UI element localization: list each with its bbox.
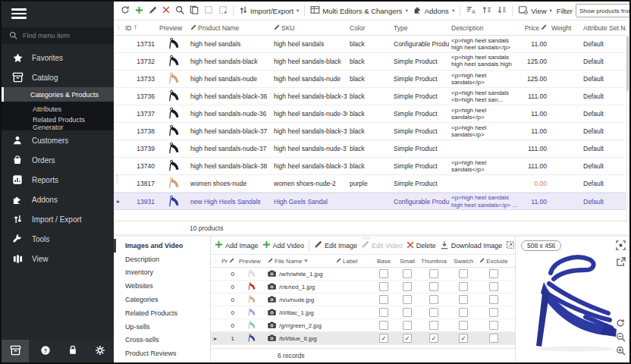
product-row-13732[interactable]: 13732high heel sandals-blackhigh heel sa… [114, 53, 629, 71]
tab-up-sells[interactable]: Up-sells [114, 320, 210, 334]
exclude-checkbox[interactable] [489, 321, 498, 330]
product-row-13736[interactable]: 13736high heel sandals-black-36high heel… [114, 88, 629, 105]
column-header-base[interactable]: Base [372, 255, 396, 267]
thumbnail-checkbox[interactable] [429, 269, 438, 278]
base-checkbox[interactable]: ✓ [379, 334, 388, 343]
product-row-13931[interactable]: ▸13931new High Heels SandalsHigh Geels S… [114, 193, 629, 210]
image-row-n-u-nude-jpg[interactable]: 0/n/u/nude.jpg [211, 293, 515, 306]
add-product-button[interactable] [133, 5, 146, 17]
thumbnail-checkbox[interactable] [429, 282, 438, 291]
swatch-checkbox[interactable]: ✓ [459, 334, 468, 343]
menu-toggle-button[interactable] [2, 2, 114, 26]
fit-screen-button[interactable] [614, 240, 626, 252]
sidebar-item-tools[interactable]: Tools [2, 229, 114, 249]
products-mode-button[interactable] [2, 340, 29, 362]
search-products-button[interactable] [173, 4, 187, 17]
sidebar-item-view[interactable]: View [2, 249, 114, 268]
column-header-exclude[interactable]: Exclude [478, 255, 510, 267]
lock-button[interactable] [59, 340, 86, 362]
sidebar-item-import-export[interactable]: Import / Export [2, 209, 114, 229]
tab-product-reviews[interactable]: Product Reviews [114, 347, 210, 360]
zoom-in-button[interactable] [614, 346, 626, 357]
set-resize-rule-button[interactable]: Set Resize Rule [504, 239, 515, 253]
tab-related-products[interactable]: Related Products [114, 306, 210, 320]
column-header-id[interactable]: ID [123, 20, 157, 35]
column-header-description[interactable]: Description [449, 20, 522, 35]
small-checkbox[interactable] [403, 282, 412, 291]
sidebar-item-categories-products[interactable]: Categories & Products [2, 87, 114, 102]
category-filter-select[interactable]: Show products from selected categories▾ [576, 4, 631, 17]
copy-button[interactable] [187, 4, 201, 17]
rotate-image-button[interactable] [614, 318, 626, 330]
collapse-rows-button[interactable] [494, 4, 509, 17]
thumbnail-checkbox[interactable] [429, 321, 438, 330]
column-header-label[interactable]: Label [334, 255, 372, 267]
sidebar-item-reports[interactable]: Reports [2, 170, 114, 190]
sidebar-item-customers[interactable]: Customers [2, 130, 114, 150]
multi-editors-menu[interactable]: Multi Editors & Changers▾ [308, 4, 410, 17]
column-header-file-name[interactable]: File Name [265, 255, 334, 267]
base-checkbox[interactable] [379, 321, 388, 330]
checkbox-select-button[interactable] [202, 4, 215, 17]
image-row-w-h-white-1-jpg[interactable]: 0/w/h/white_1.jpg [211, 268, 515, 281]
column-header-type[interactable]: Type [391, 20, 449, 35]
image-row-b-l-blue-6-jpg[interactable]: ▸1/b/l/blue_6.jpg✓✓✓✓ [211, 332, 515, 345]
paste-special-button[interactable] [216, 4, 230, 17]
addons-menu[interactable]: Addons▾ [411, 4, 457, 17]
swatch-checkbox[interactable] [459, 282, 468, 291]
base-checkbox[interactable] [379, 269, 388, 278]
base-checkbox[interactable] [379, 308, 388, 317]
column-header-price[interactable]: Price [522, 20, 549, 35]
product-row-13733[interactable]: 13733high heel sandals-nudehigh heel san… [114, 71, 629, 88]
sidebar-item-catalog[interactable]: Catalog [2, 67, 114, 87]
add-video-button[interactable]: Add Video [261, 239, 306, 252]
download-image-button[interactable]: Download Image [438, 239, 504, 253]
thumbnail-checkbox[interactable]: ✓ [429, 334, 438, 343]
base-checkbox[interactable] [379, 282, 388, 291]
column-header-pr[interactable]: Pr [220, 255, 237, 267]
exclude-checkbox[interactable] [489, 308, 498, 317]
refresh-button[interactable] [118, 4, 132, 17]
import-export-menu[interactable]: Import/Export▾ [237, 4, 301, 18]
exclude-checkbox[interactable] [489, 269, 498, 278]
tab-images-and-video[interactable]: Images and Video [114, 239, 210, 253]
edit-image-button[interactable]: Edit Image [312, 239, 359, 252]
delete-image-button[interactable]: Delete [405, 240, 438, 252]
exclude-checkbox[interactable] [489, 295, 498, 304]
column-header-attribute-set-name[interactable]: Attribute Set Name [581, 20, 626, 35]
sidebar-item-related-products-generator[interactable]: Related Products Generator [2, 116, 114, 130]
swatch-checkbox[interactable] [459, 308, 468, 317]
product-row-13738[interactable]: 13738high heel sandals-black-37high heel… [114, 123, 629, 140]
column-header-small[interactable]: Small [396, 255, 419, 267]
scrollbar-thumb[interactable] [626, 36, 629, 91]
image-row-g-r-green-2-jpg[interactable]: 0/g/r/green_2.jpg [211, 319, 515, 332]
base-checkbox[interactable] [379, 295, 388, 304]
sidebar-splitter[interactable]: ⋮⋮ [114, 177, 120, 181]
settings-button[interactable] [86, 340, 114, 362]
product-row-13731[interactable]: 13731high heel sandalshigh heel sandalsb… [114, 36, 629, 53]
product-row-13739[interactable]: 13739high heel sandals-nude-37high heel … [114, 140, 629, 158]
image-row-l-i-lilac-1-jpg[interactable]: 0/l/i/lilac_1.jpg [211, 306, 515, 319]
sidebar-item-attributes[interactable]: Attributes [2, 102, 114, 116]
small-checkbox[interactable]: ✓ [403, 334, 412, 343]
products-scrollbar[interactable] [626, 35, 629, 221]
small-checkbox[interactable] [403, 269, 412, 278]
delete-product-button[interactable] [160, 5, 172, 17]
open-external-button[interactable] [614, 257, 626, 268]
sidebar-item-favorites[interactable]: Favorites [2, 48, 114, 67]
small-checkbox[interactable] [403, 308, 412, 317]
image-row-r-e-red-1-jpg[interactable]: 0/r/e/red_1.jpg [211, 281, 515, 293]
swatch-checkbox[interactable] [459, 295, 468, 304]
tab-inventory[interactable]: Inventory [114, 266, 210, 280]
exclude-checkbox[interactable] [489, 334, 498, 343]
product-row-13737[interactable]: 13737high heel sandals-nude-36high heel … [114, 105, 629, 123]
small-checkbox[interactable] [403, 321, 412, 330]
small-checkbox[interactable] [403, 295, 412, 304]
column-header-color[interactable]: Color [347, 20, 391, 35]
help-button[interactable]: ? [32, 340, 59, 362]
column-header-product-name[interactable]: Product Name [188, 20, 272, 35]
column-header-swatch[interactable]: Swatch [449, 255, 478, 267]
swatch-checkbox[interactable] [459, 321, 468, 330]
sort-attributes-button[interactable]: A [463, 4, 479, 17]
tab-cross-sells[interactable]: Cross-sells [114, 334, 210, 347]
